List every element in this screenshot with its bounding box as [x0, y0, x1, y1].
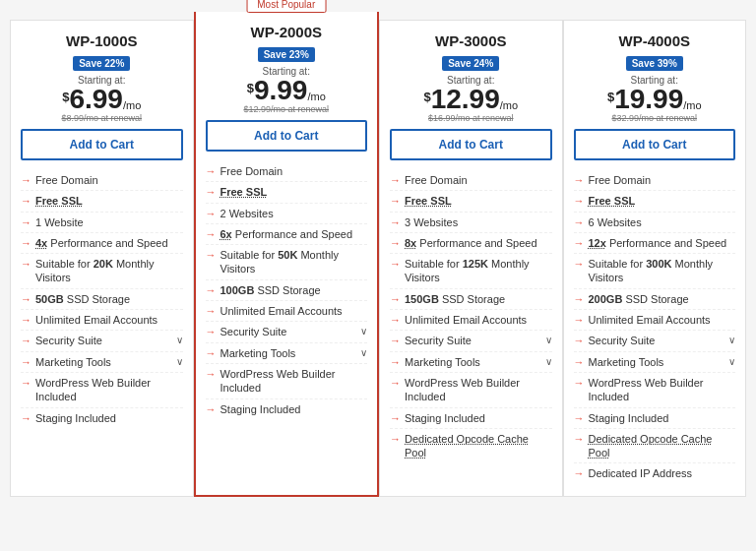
feature-item: → Dedicated IP Address: [574, 463, 736, 483]
expand-icon[interactable]: ∨: [728, 356, 735, 367]
arrow-icon: →: [390, 293, 401, 305]
feature-item: → Free SSL: [206, 182, 368, 203]
feature-text: 200GB SSD Storage: [589, 292, 736, 306]
feature-item: → Free SSL: [574, 191, 736, 212]
feature-text: Free SSL: [405, 194, 552, 208]
arrow-icon: →: [21, 216, 32, 228]
expand-icon[interactable]: ∨: [728, 335, 735, 345]
feature-item: → WordPress Web Builder Included: [206, 364, 368, 399]
arrow-icon: →: [21, 195, 32, 207]
arrow-icon: →: [574, 258, 585, 270]
feature-item: → 1 Website: [21, 213, 183, 233]
arrow-icon: →: [390, 412, 401, 424]
feature-item: → Free SSL: [390, 191, 552, 212]
add-to-cart-button[interactable]: Add to Cart: [390, 129, 552, 160]
feature-text: 8x Performance and Speed: [405, 236, 552, 250]
expand-icon[interactable]: ∨: [360, 347, 367, 358]
plan-card-wp-2000s: Most Popular WP-2000S Save 23% Starting …: [194, 12, 380, 497]
renewal-price: $16.99/mo at renewal: [390, 113, 552, 123]
arrow-icon: →: [206, 284, 217, 296]
feature-item: → Security Suite ∨: [206, 322, 368, 342]
feature-text: Security Suite: [35, 334, 172, 347]
arrow-icon: →: [206, 305, 217, 317]
feature-list: → Free Domain → Free SSL → 1 Website → 4…: [21, 170, 183, 428]
feature-item: → Marketing Tools ∨: [206, 343, 368, 364]
feature-text: 4x Performance and Speed: [35, 236, 183, 250]
feature-text: Staging Included: [35, 411, 183, 425]
plan-header: WP-4000S Save 39% Starting at: $ 19.99 /…: [574, 32, 736, 123]
feature-item: → WordPress Web Builder Included: [21, 373, 183, 408]
price-mo: /mo: [683, 99, 701, 111]
arrow-icon: →: [206, 403, 217, 415]
feature-item: → Free SSL: [21, 191, 183, 212]
expand-icon[interactable]: ∨: [176, 356, 183, 367]
feature-text: 2 Websites: [220, 207, 368, 220]
add-to-cart-button[interactable]: Add to Cart: [206, 120, 368, 152]
feature-text: Security Suite: [405, 334, 541, 347]
arrow-icon: →: [21, 258, 32, 270]
feature-item: → Suitable for 125K Monthly Visitors: [390, 254, 552, 289]
arrow-icon: →: [21, 237, 32, 249]
price-amount: 6.99: [69, 86, 123, 113]
feature-item: → Security Suite ∨: [574, 331, 736, 351]
feature-text: 6 Websites: [589, 215, 736, 229]
expand-icon[interactable]: ∨: [545, 356, 552, 367]
price-mo: /mo: [307, 91, 325, 102]
feature-item: → Free Domain: [206, 161, 368, 182]
feature-item: → 4x Performance and Speed: [21, 233, 183, 254]
feature-item: → Staging Included: [206, 399, 368, 419]
feature-text: Free Domain: [589, 173, 736, 187]
feature-item: → Free Domain: [390, 170, 552, 191]
feature-text: Marketing Tools: [589, 355, 725, 369]
price-dollar: $: [247, 81, 254, 95]
feature-item: → Unlimited Email Accounts: [21, 310, 183, 331]
feature-text: Dedicated Opcode Cache Pool: [405, 432, 552, 460]
price-amount: 12.99: [431, 86, 500, 113]
arrow-icon: →: [390, 433, 401, 445]
expand-icon[interactable]: ∨: [360, 326, 367, 337]
arrow-icon: →: [574, 195, 585, 207]
feature-text: 6x Performance and Speed: [220, 227, 368, 241]
expand-icon[interactable]: ∨: [176, 335, 183, 345]
feature-item: → WordPress Web Builder Included: [574, 373, 736, 408]
feature-item: → Dedicated Opcode Cache Pool: [390, 429, 552, 463]
feature-text: Marketing Tools: [405, 355, 541, 369]
plan-name: WP-4000S: [574, 32, 736, 49]
plan-name: WP-1000S: [21, 32, 183, 49]
feature-text: Unlimited Email Accounts: [35, 313, 183, 327]
arrow-icon: →: [574, 356, 585, 368]
feature-list: → Free Domain → Free SSL → 2 Websites → …: [206, 161, 368, 419]
feature-item: → WordPress Web Builder Included: [390, 373, 552, 408]
feature-text: Security Suite: [589, 334, 725, 347]
renewal-price: $32.99/mo at renewal: [574, 113, 736, 123]
feature-text: 100GB SSD Storage: [220, 283, 368, 297]
arrow-icon: →: [574, 433, 585, 445]
feature-text: Staging Included: [405, 411, 552, 425]
expand-icon[interactable]: ∨: [545, 335, 552, 345]
add-to-cart-button[interactable]: Add to Cart: [574, 129, 736, 160]
feature-text: WordPress Web Builder Included: [220, 367, 368, 396]
arrow-icon: →: [390, 356, 401, 368]
feature-item: → Unlimited Email Accounts: [390, 310, 552, 331]
feature-text: Free SSL: [35, 194, 183, 208]
arrow-icon: →: [206, 347, 217, 359]
arrow-icon: →: [574, 237, 585, 249]
arrow-icon: →: [21, 174, 32, 186]
feature-item: → Suitable for 300K Monthly Visitors: [574, 254, 736, 289]
feature-item: → 150GB SSD Storage: [390, 289, 552, 310]
feature-item: → Free Domain: [574, 170, 736, 191]
plan-header: WP-1000S Save 22% Starting at: $ 6.99 /m…: [21, 32, 183, 123]
feature-text: Marketing Tools: [220, 346, 357, 360]
feature-item: → 6x Performance and Speed: [206, 224, 368, 245]
arrow-icon: →: [390, 195, 401, 207]
feature-text: Unlimited Email Accounts: [220, 304, 368, 318]
add-to-cart-button[interactable]: Add to Cart: [21, 129, 183, 160]
feature-text: Staging Included: [589, 411, 736, 425]
feature-item: → 12x Performance and Speed: [574, 233, 736, 254]
feature-text: Suitable for 20K Monthly Visitors: [35, 257, 183, 285]
plan-name: WP-3000S: [390, 32, 552, 49]
plan-card-wp-3000s: WP-3000S Save 24% Starting at: $ 12.99 /…: [379, 20, 563, 497]
price-dollar: $: [607, 90, 614, 104]
feature-list: → Free Domain → Free SSL → 6 Websites → …: [574, 170, 736, 484]
arrow-icon: →: [390, 237, 401, 249]
